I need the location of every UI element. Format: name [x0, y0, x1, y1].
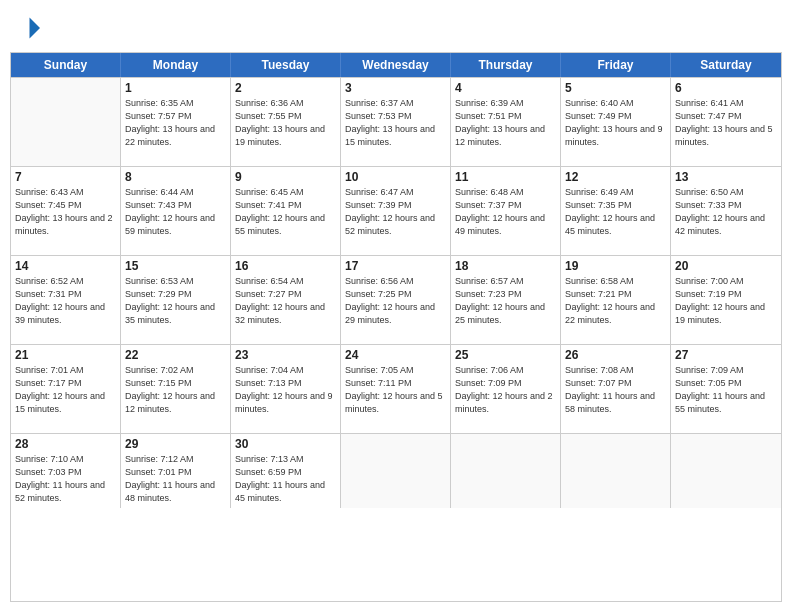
- day-info: Sunrise: 6:40 AMSunset: 7:49 PMDaylight:…: [565, 97, 666, 149]
- calendar-cell: 9Sunrise: 6:45 AMSunset: 7:41 PMDaylight…: [231, 167, 341, 255]
- day-info: Sunrise: 7:13 AMSunset: 6:59 PMDaylight:…: [235, 453, 336, 505]
- day-number: 13: [675, 170, 777, 184]
- weekday-header: Monday: [121, 53, 231, 77]
- day-number: 23: [235, 348, 336, 362]
- day-number: 9: [235, 170, 336, 184]
- calendar-cell: 11Sunrise: 6:48 AMSunset: 7:37 PMDayligh…: [451, 167, 561, 255]
- day-info: Sunrise: 7:09 AMSunset: 7:05 PMDaylight:…: [675, 364, 777, 416]
- calendar-cell: [11, 78, 121, 166]
- calendar-cell: 25Sunrise: 7:06 AMSunset: 7:09 PMDayligh…: [451, 345, 561, 433]
- calendar-cell: 28Sunrise: 7:10 AMSunset: 7:03 PMDayligh…: [11, 434, 121, 508]
- day-number: 24: [345, 348, 446, 362]
- calendar-body: 1Sunrise: 6:35 AMSunset: 7:57 PMDaylight…: [11, 77, 781, 508]
- day-number: 14: [15, 259, 116, 273]
- calendar-cell: 23Sunrise: 7:04 AMSunset: 7:13 PMDayligh…: [231, 345, 341, 433]
- calendar-cell: 4Sunrise: 6:39 AMSunset: 7:51 PMDaylight…: [451, 78, 561, 166]
- day-number: 7: [15, 170, 116, 184]
- calendar-cell: 8Sunrise: 6:44 AMSunset: 7:43 PMDaylight…: [121, 167, 231, 255]
- svg-marker-0: [30, 18, 41, 39]
- day-number: 25: [455, 348, 556, 362]
- calendar-cell: 20Sunrise: 7:00 AMSunset: 7:19 PMDayligh…: [671, 256, 781, 344]
- day-info: Sunrise: 6:50 AMSunset: 7:33 PMDaylight:…: [675, 186, 777, 238]
- day-info: Sunrise: 6:49 AMSunset: 7:35 PMDaylight:…: [565, 186, 666, 238]
- day-info: Sunrise: 6:47 AMSunset: 7:39 PMDaylight:…: [345, 186, 446, 238]
- weekday-header: Sunday: [11, 53, 121, 77]
- day-info: Sunrise: 6:37 AMSunset: 7:53 PMDaylight:…: [345, 97, 446, 149]
- day-info: Sunrise: 6:54 AMSunset: 7:27 PMDaylight:…: [235, 275, 336, 327]
- day-info: Sunrise: 7:04 AMSunset: 7:13 PMDaylight:…: [235, 364, 336, 416]
- day-number: 4: [455, 81, 556, 95]
- day-number: 5: [565, 81, 666, 95]
- calendar-cell: 12Sunrise: 6:49 AMSunset: 7:35 PMDayligh…: [561, 167, 671, 255]
- calendar-row: 21Sunrise: 7:01 AMSunset: 7:17 PMDayligh…: [11, 344, 781, 433]
- calendar-cell: [561, 434, 671, 508]
- calendar-cell: 3Sunrise: 6:37 AMSunset: 7:53 PMDaylight…: [341, 78, 451, 166]
- calendar-cell: [671, 434, 781, 508]
- day-number: 21: [15, 348, 116, 362]
- weekday-header: Saturday: [671, 53, 781, 77]
- calendar-cell: 6Sunrise: 6:41 AMSunset: 7:47 PMDaylight…: [671, 78, 781, 166]
- day-number: 26: [565, 348, 666, 362]
- day-number: 2: [235, 81, 336, 95]
- day-info: Sunrise: 6:53 AMSunset: 7:29 PMDaylight:…: [125, 275, 226, 327]
- calendar-row: 7Sunrise: 6:43 AMSunset: 7:45 PMDaylight…: [11, 166, 781, 255]
- day-info: Sunrise: 6:52 AMSunset: 7:31 PMDaylight:…: [15, 275, 116, 327]
- calendar-cell: 26Sunrise: 7:08 AMSunset: 7:07 PMDayligh…: [561, 345, 671, 433]
- header: [10, 10, 782, 46]
- day-info: Sunrise: 7:12 AMSunset: 7:01 PMDaylight:…: [125, 453, 226, 505]
- day-number: 15: [125, 259, 226, 273]
- day-info: Sunrise: 6:35 AMSunset: 7:57 PMDaylight:…: [125, 97, 226, 149]
- day-info: Sunrise: 7:01 AMSunset: 7:17 PMDaylight:…: [15, 364, 116, 416]
- calendar-cell: 19Sunrise: 6:58 AMSunset: 7:21 PMDayligh…: [561, 256, 671, 344]
- calendar-cell: 2Sunrise: 6:36 AMSunset: 7:55 PMDaylight…: [231, 78, 341, 166]
- calendar-cell: 16Sunrise: 6:54 AMSunset: 7:27 PMDayligh…: [231, 256, 341, 344]
- day-info: Sunrise: 6:56 AMSunset: 7:25 PMDaylight:…: [345, 275, 446, 327]
- day-number: 30: [235, 437, 336, 451]
- calendar-cell: 13Sunrise: 6:50 AMSunset: 7:33 PMDayligh…: [671, 167, 781, 255]
- calendar-cell: 22Sunrise: 7:02 AMSunset: 7:15 PMDayligh…: [121, 345, 231, 433]
- day-info: Sunrise: 6:48 AMSunset: 7:37 PMDaylight:…: [455, 186, 556, 238]
- calendar-row: 28Sunrise: 7:10 AMSunset: 7:03 PMDayligh…: [11, 433, 781, 508]
- day-number: 12: [565, 170, 666, 184]
- day-number: 27: [675, 348, 777, 362]
- day-info: Sunrise: 7:02 AMSunset: 7:15 PMDaylight:…: [125, 364, 226, 416]
- calendar-cell: 21Sunrise: 7:01 AMSunset: 7:17 PMDayligh…: [11, 345, 121, 433]
- day-number: 16: [235, 259, 336, 273]
- weekday-header: Wednesday: [341, 53, 451, 77]
- day-number: 10: [345, 170, 446, 184]
- calendar-cell: [341, 434, 451, 508]
- day-info: Sunrise: 7:00 AMSunset: 7:19 PMDaylight:…: [675, 275, 777, 327]
- day-info: Sunrise: 6:36 AMSunset: 7:55 PMDaylight:…: [235, 97, 336, 149]
- page: SundayMondayTuesdayWednesdayThursdayFrid…: [0, 0, 792, 612]
- day-info: Sunrise: 6:43 AMSunset: 7:45 PMDaylight:…: [15, 186, 116, 238]
- day-number: 3: [345, 81, 446, 95]
- day-number: 29: [125, 437, 226, 451]
- calendar: SundayMondayTuesdayWednesdayThursdayFrid…: [10, 52, 782, 602]
- day-info: Sunrise: 7:05 AMSunset: 7:11 PMDaylight:…: [345, 364, 446, 416]
- day-number: 1: [125, 81, 226, 95]
- day-number: 18: [455, 259, 556, 273]
- day-number: 19: [565, 259, 666, 273]
- calendar-cell: 14Sunrise: 6:52 AMSunset: 7:31 PMDayligh…: [11, 256, 121, 344]
- day-info: Sunrise: 6:57 AMSunset: 7:23 PMDaylight:…: [455, 275, 556, 327]
- calendar-cell: 27Sunrise: 7:09 AMSunset: 7:05 PMDayligh…: [671, 345, 781, 433]
- weekday-header: Friday: [561, 53, 671, 77]
- calendar-cell: [451, 434, 561, 508]
- day-info: Sunrise: 6:41 AMSunset: 7:47 PMDaylight:…: [675, 97, 777, 149]
- logo-icon: [12, 14, 40, 42]
- day-info: Sunrise: 6:44 AMSunset: 7:43 PMDaylight:…: [125, 186, 226, 238]
- day-number: 6: [675, 81, 777, 95]
- logo: [12, 14, 44, 42]
- day-number: 22: [125, 348, 226, 362]
- calendar-row: 1Sunrise: 6:35 AMSunset: 7:57 PMDaylight…: [11, 77, 781, 166]
- weekday-header: Thursday: [451, 53, 561, 77]
- day-number: 17: [345, 259, 446, 273]
- day-number: 28: [15, 437, 116, 451]
- calendar-cell: 5Sunrise: 6:40 AMSunset: 7:49 PMDaylight…: [561, 78, 671, 166]
- day-info: Sunrise: 6:39 AMSunset: 7:51 PMDaylight:…: [455, 97, 556, 149]
- calendar-cell: 7Sunrise: 6:43 AMSunset: 7:45 PMDaylight…: [11, 167, 121, 255]
- calendar-cell: 1Sunrise: 6:35 AMSunset: 7:57 PMDaylight…: [121, 78, 231, 166]
- calendar-cell: 18Sunrise: 6:57 AMSunset: 7:23 PMDayligh…: [451, 256, 561, 344]
- day-info: Sunrise: 6:58 AMSunset: 7:21 PMDaylight:…: [565, 275, 666, 327]
- calendar-cell: 29Sunrise: 7:12 AMSunset: 7:01 PMDayligh…: [121, 434, 231, 508]
